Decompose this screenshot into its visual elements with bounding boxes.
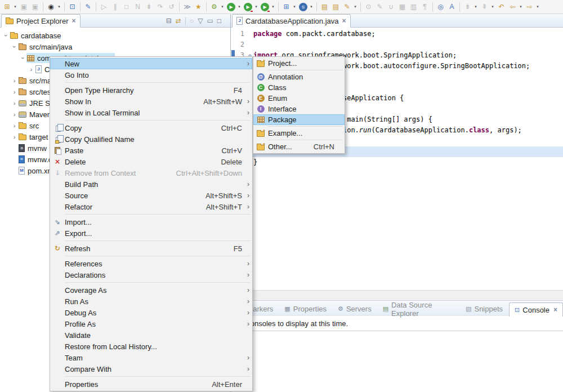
expand-arrow-icon[interactable]: › <box>11 122 18 129</box>
tab-project-explorer[interactable]: Project Explorer × <box>1 14 81 28</box>
dropdown-arrow-icon[interactable]: ▾ <box>220 5 225 9</box>
maximize-icon[interactable]: □ <box>217 17 221 25</box>
expand-arrow-icon[interactable]: › <box>3 32 10 39</box>
toolbar-forward-button[interactable]: ⇨▾ <box>524 2 540 12</box>
editor-hscrollbar[interactable]: ‹ <box>231 290 563 300</box>
submenu-item-annotation[interactable]: @Annotation <box>253 72 345 82</box>
menu-item-export[interactable]: ⇗Export... <box>50 228 252 239</box>
toolbar-debug-button[interactable]: ⚙▾ <box>209 2 225 12</box>
view-menu-icon[interactable]: ▽ <box>198 17 203 25</box>
menu-item-references[interactable]: References› <box>50 258 252 269</box>
dropdown-arrow-icon[interactable]: ▾ <box>535 5 540 9</box>
tab-cardatabase-application-java[interactable]: CardatabaseApplication.java × <box>232 14 351 28</box>
menu-item-compare-with[interactable]: Compare With› <box>50 363 252 375</box>
toolbar-coverage-button[interactable]: ▶▾ <box>243 3 259 11</box>
tab-snippets[interactable]: ▧Snippets <box>461 302 508 316</box>
close-icon[interactable]: × <box>72 17 75 25</box>
submenu-item-example[interactable]: Example... <box>253 128 345 139</box>
menu-item-declarations[interactable]: Declarations› <box>50 269 252 280</box>
toolbar-go-to-annotation-button[interactable]: ⇞▾ <box>479 2 495 12</box>
menu-item-new[interactable]: New› <box>50 58 252 69</box>
toolbar-toggle-mark-occurrences-button[interactable]: ✎ <box>83 2 93 12</box>
menu-item-restore-from-local-history[interactable]: Restore from Local History... <box>50 341 252 352</box>
dropdown-arrow-icon[interactable]: ▾ <box>309 5 314 9</box>
submenu-item-enum[interactable]: EEnum <box>253 93 345 104</box>
toolbar-show-categories-button[interactable]: ▦ <box>397 2 408 12</box>
menu-item-show-in-local-terminal[interactable]: Show in Local Terminal› <box>50 107 252 118</box>
tab-data-source-explorer[interactable]: ▤Data Source Explorer <box>378 302 459 316</box>
expand-arrow-icon[interactable]: › <box>11 77 18 84</box>
menu-item-copy-qualified-name[interactable]: Copy Qualified Name <box>50 133 252 145</box>
menu-item-import[interactable]: ⇘Import... <box>50 216 252 228</box>
collapse-all-icon[interactable]: ⊟ <box>166 17 172 25</box>
dropdown-arrow-icon[interactable]: ▾ <box>237 5 242 9</box>
toolbar-step-return-button[interactable]: ↺ <box>166 2 177 12</box>
expand-arrow-icon[interactable]: › <box>11 111 18 118</box>
toolbar-account-button[interactable]: ◉▾ <box>46 2 62 12</box>
toolbar-open-web-browser-button[interactable]: ◎ <box>435 2 446 12</box>
toolbar-run-button[interactable]: ▶▾ <box>226 3 242 11</box>
toolbar-pin-editor-button[interactable]: ⊙ <box>363 2 374 12</box>
menu-item-properties[interactable]: PropertiesAlt+Enter <box>50 378 252 390</box>
toolbar-edit-mode-button[interactable]: ✎ <box>374 2 385 12</box>
toolbar-launch-configuration-button[interactable]: ★ <box>193 2 204 12</box>
focus-on-active-task-icon[interactable]: ○ <box>190 17 194 25</box>
expand-arrow-icon[interactable]: › <box>20 55 26 62</box>
menu-item-go-into[interactable]: Go Into <box>50 69 252 81</box>
menu-item-delete[interactable]: ×DeleteDelete <box>50 156 252 167</box>
menu-item-profile-as[interactable]: Profile As› <box>50 318 252 329</box>
toolbar-new-java-element-button[interactable]: ⊞▾ <box>281 2 297 12</box>
toolbar-step-over-button[interactable]: ↷ <box>155 2 166 12</box>
menu-item-paste[interactable]: PasteCtrl+V <box>50 145 252 156</box>
toolbar-disconnect-button[interactable]: N <box>132 2 143 12</box>
toolbar-sort-alphabetically-button[interactable]: A <box>446 2 457 12</box>
toolbar-back-button[interactable]: ⇦▾ <box>507 2 524 12</box>
submenu-item-other[interactable]: Other...Ctrl+N <box>253 141 345 152</box>
expand-arrow-icon[interactable]: › <box>11 43 18 51</box>
menu-item-build-path[interactable]: Build Path› <box>50 179 252 190</box>
menu-item-open-type-hierarchy[interactable]: Open Type HierarchyF4 <box>50 84 252 96</box>
menu-item-refactor[interactable]: RefactorAlt+Shift+T› <box>50 201 252 212</box>
menu-item-refresh[interactable]: ↻RefreshF5 <box>50 243 252 254</box>
toolbar-annotate-button[interactable]: ✎▾ <box>342 2 358 12</box>
submenu-item-interface[interactable]: IInterface <box>253 104 345 114</box>
dropdown-arrow-icon[interactable]: ▾ <box>57 5 61 9</box>
dropdown-arrow-icon[interactable]: ▾ <box>292 5 297 9</box>
dropdown-arrow-icon[interactable]: ▾ <box>473 5 478 9</box>
toolbar-new-button[interactable]: ⊞▾ <box>2 2 18 12</box>
menu-item-run-as[interactable]: Run As› <box>50 296 252 307</box>
toolbar-profile-button[interactable]: ▶▾ <box>260 3 276 11</box>
toolbar-open-resource-button[interactable]: ▤ <box>319 2 330 12</box>
submenu-item-class[interactable]: CClass <box>253 82 345 93</box>
dropdown-arrow-icon[interactable]: ▾ <box>254 5 258 9</box>
submenu-item-project[interactable]: Project... <box>253 58 345 69</box>
toolbar-suspend-button[interactable]: ∥ <box>110 2 120 12</box>
tab-servers[interactable]: ⚙Servers <box>333 302 377 316</box>
toolbar-resume-button[interactable]: ▷ <box>99 2 109 12</box>
menu-item-debug-as[interactable]: Debug As› <box>50 307 252 318</box>
toolbar-step-into-button[interactable]: ⇟ <box>144 2 154 12</box>
toolbar-back-history-button[interactable]: ↶ <box>496 2 507 12</box>
dropdown-arrow-icon[interactable]: ▾ <box>271 5 275 9</box>
tree-item-src-main-java[interactable]: ›src/main/java <box>0 41 230 52</box>
menu-item-copy[interactable]: CopyCtrl+C <box>50 122 252 133</box>
expand-arrow-icon[interactable]: › <box>11 88 18 95</box>
toolbar-show-selected-only-button[interactable]: ∪ <box>386 2 396 12</box>
toolbar-skip-all-breakpoints-button[interactable]: ≫ <box>182 2 193 12</box>
dropdown-arrow-icon[interactable]: ▾ <box>353 5 358 9</box>
link-with-editor-icon[interactable]: ⇄ <box>176 17 181 25</box>
menu-item-show-in[interactable]: Show InAlt+Shift+W› <box>50 96 252 107</box>
menu-item-source[interactable]: SourceAlt+Shift+S› <box>50 190 252 201</box>
expand-arrow-icon[interactable]: › <box>11 100 18 106</box>
toolbar-show-columns-button[interactable]: ▥ <box>408 2 419 12</box>
close-icon[interactable]: × <box>553 306 557 314</box>
toolbar-save-all-button[interactable]: ▣ <box>30 2 41 12</box>
toolbar-open-file-button[interactable]: ▤ <box>330 2 341 12</box>
menu-item-remove-from-context[interactable]: ↓Remove from ContextCtrl+Alt+Shift+Down <box>50 167 252 179</box>
dropdown-arrow-icon[interactable]: ▾ <box>13 5 17 9</box>
toolbar-last-edit-location-button[interactable]: ⇟▾ <box>462 2 479 12</box>
toolbar-terminate-button[interactable]: □ <box>121 2 132 12</box>
close-icon[interactable]: × <box>342 17 346 25</box>
expand-arrow-icon[interactable]: › <box>28 66 35 73</box>
toolbar-show-whitespace-button[interactable]: ¶ <box>419 2 430 12</box>
